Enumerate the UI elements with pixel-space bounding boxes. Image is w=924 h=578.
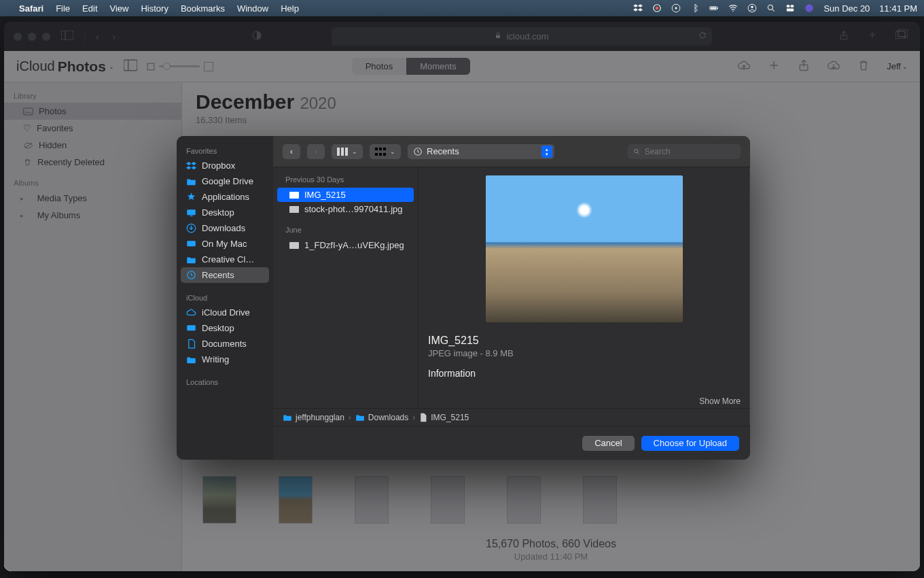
menu-bookmarks[interactable]: Bookmarks bbox=[181, 3, 225, 14]
sidebar-heading-locations: Locations bbox=[181, 374, 269, 389]
stepper-icon: ▴▾ bbox=[541, 146, 552, 158]
path-crumb-file[interactable]: IMG_5215 bbox=[419, 413, 469, 422]
file-open-panel: Favorites Dropbox Google Drive Applicati… bbox=[177, 136, 750, 460]
sidebar-item-writing[interactable]: Writing bbox=[181, 352, 269, 367]
svg-rect-35 bbox=[341, 148, 344, 156]
search-input[interactable] bbox=[645, 147, 735, 156]
sidebar-item-desktop2[interactable]: Desktop bbox=[181, 320, 269, 336]
preview-thumbnail bbox=[486, 175, 683, 322]
sidebar-item-recents[interactable]: Recents bbox=[181, 267, 269, 283]
file-name: 1_FDzfI-yA…uVEKg.jpeg bbox=[304, 240, 404, 250]
crumb-label: IMG_5215 bbox=[431, 413, 469, 422]
crumb-label: Downloads bbox=[368, 413, 408, 422]
sidebar-item-label: Desktop bbox=[202, 323, 234, 333]
svg-rect-29 bbox=[190, 216, 193, 216]
sidebar-item-label: Applications bbox=[202, 192, 249, 202]
svg-point-13 bbox=[806, 4, 814, 12]
menu-app-name[interactable]: Safari bbox=[19, 3, 43, 14]
sidebar-item-label: Desktop bbox=[202, 207, 234, 218]
sidebar-item-label: Google Drive bbox=[202, 176, 253, 186]
nav-back-button[interactable]: ‹ bbox=[283, 144, 300, 159]
sidebar-item-label: Downloads bbox=[202, 223, 245, 233]
preview-pane: IMG_5215 JPEG image - 8.9 MB Information bbox=[419, 167, 750, 408]
menu-file[interactable]: File bbox=[56, 3, 70, 14]
choose-for-upload-button[interactable]: Choose for Upload bbox=[641, 436, 739, 451]
sidebar-item-downloads[interactable]: Downloads bbox=[181, 220, 269, 236]
screenrec-status-icon[interactable] bbox=[652, 3, 662, 13]
open-panel-footer: Cancel Choose for Upload bbox=[273, 426, 750, 460]
sidebar-item-iclouddrive[interactable]: iCloud Drive bbox=[181, 305, 269, 320]
menu-edit[interactable]: Edit bbox=[82, 3, 97, 14]
svg-rect-5 bbox=[711, 7, 717, 10]
svg-point-44 bbox=[635, 149, 638, 152]
open-panel-sidebar: Favorites Dropbox Google Drive Applicati… bbox=[177, 136, 273, 460]
preview-meta: JPEG image - 8.9 MB bbox=[428, 348, 741, 358]
svg-rect-41 bbox=[379, 153, 382, 156]
nav-forward-button[interactable]: › bbox=[307, 144, 325, 159]
sidebar-item-applications[interactable]: Applications bbox=[181, 189, 269, 205]
svg-rect-12 bbox=[787, 9, 794, 12]
file-name: IMG_5215 bbox=[304, 190, 346, 200]
sidebar-item-dropbox[interactable]: Dropbox bbox=[181, 158, 269, 173]
svg-rect-45 bbox=[289, 192, 299, 199]
svg-rect-40 bbox=[375, 153, 378, 156]
list-group-heading: Previous 30 Days bbox=[273, 171, 418, 188]
menubar-date[interactable]: Sun Dec 20 bbox=[823, 3, 870, 14]
view-columns-button[interactable]: ⌄ bbox=[332, 144, 363, 159]
open-panel-toolbar: ‹ › ⌄ ⌄ Recents ▴▾ bbox=[273, 136, 750, 167]
sidebar-item-creative[interactable]: Creative Cl… bbox=[181, 252, 269, 267]
siri-status-icon[interactable] bbox=[804, 3, 814, 13]
list-group-heading: June bbox=[273, 222, 418, 238]
sidebar-heading-icloud: iCloud bbox=[181, 290, 269, 305]
svg-point-9 bbox=[768, 5, 773, 10]
search-field[interactable] bbox=[628, 144, 741, 159]
menubar-time[interactable]: 11:41 PM bbox=[879, 3, 917, 14]
svg-rect-46 bbox=[289, 206, 299, 213]
svg-rect-10 bbox=[787, 5, 790, 7]
sidebar-item-label: Creative Cl… bbox=[202, 254, 254, 265]
control-center-status-icon[interactable] bbox=[785, 3, 795, 13]
location-popup[interactable]: Recents ▴▾ bbox=[408, 144, 554, 159]
svg-rect-39 bbox=[383, 148, 386, 150]
show-more-link[interactable]: Show More bbox=[699, 396, 741, 406]
path-crumb-downloads[interactable]: Downloads bbox=[355, 413, 408, 422]
file-row-selected[interactable]: IMG_5215 bbox=[277, 188, 414, 202]
svg-rect-11 bbox=[791, 5, 794, 7]
svg-point-1 bbox=[656, 7, 659, 10]
sidebar-heading-favorites: Favorites bbox=[181, 143, 269, 158]
menu-history[interactable]: History bbox=[141, 3, 168, 14]
wifi-status-icon[interactable] bbox=[728, 3, 738, 13]
group-button[interactable]: ⌄ bbox=[370, 144, 401, 159]
preview-title: IMG_5215 bbox=[428, 335, 741, 347]
menu-view[interactable]: View bbox=[110, 3, 129, 14]
macos-menu-bar: Safari File Edit View History Bookmarks … bbox=[0, 0, 924, 16]
location-label: Recents bbox=[427, 146, 459, 156]
spotlight-status-icon[interactable] bbox=[766, 3, 776, 13]
svg-rect-34 bbox=[337, 148, 340, 156]
sidebar-item-documents[interactable]: Documents bbox=[181, 336, 269, 352]
bluetooth-status-icon[interactable] bbox=[690, 3, 700, 13]
dropbox-status-icon[interactable] bbox=[633, 3, 643, 13]
battery-status-icon[interactable] bbox=[709, 3, 719, 13]
sidebar-item-desktop[interactable]: Desktop bbox=[181, 205, 269, 220]
menu-help[interactable]: Help bbox=[281, 3, 299, 14]
user-status-icon[interactable] bbox=[747, 3, 757, 13]
path-crumb-user[interactable]: jeffphungglan bbox=[283, 413, 344, 422]
file-row[interactable]: 1_FDzfI-yA…uVEKg.jpeg bbox=[277, 238, 414, 252]
sidebar-item-onmymac[interactable]: On My Mac bbox=[181, 236, 269, 252]
nowplaying-status-icon[interactable] bbox=[671, 3, 681, 13]
svg-rect-38 bbox=[379, 148, 382, 150]
file-row[interactable]: stock-phot…9970411.jpg bbox=[277, 202, 414, 216]
svg-rect-42 bbox=[383, 153, 386, 156]
menu-window[interactable]: Window bbox=[237, 3, 268, 14]
file-name: stock-phot…9970411.jpg bbox=[304, 204, 403, 214]
sidebar-item-label: Recents bbox=[202, 270, 234, 280]
sidebar-item-label: Documents bbox=[202, 339, 247, 349]
svg-rect-36 bbox=[345, 148, 348, 156]
sidebar-item-gdrive[interactable]: Google Drive bbox=[181, 173, 269, 189]
cancel-button[interactable]: Cancel bbox=[582, 436, 634, 451]
svg-rect-4 bbox=[717, 7, 718, 9]
crumb-label: jeffphungglan bbox=[296, 413, 344, 422]
svg-point-6 bbox=[733, 10, 734, 12]
sidebar-item-label: Dropbox bbox=[202, 160, 235, 171]
